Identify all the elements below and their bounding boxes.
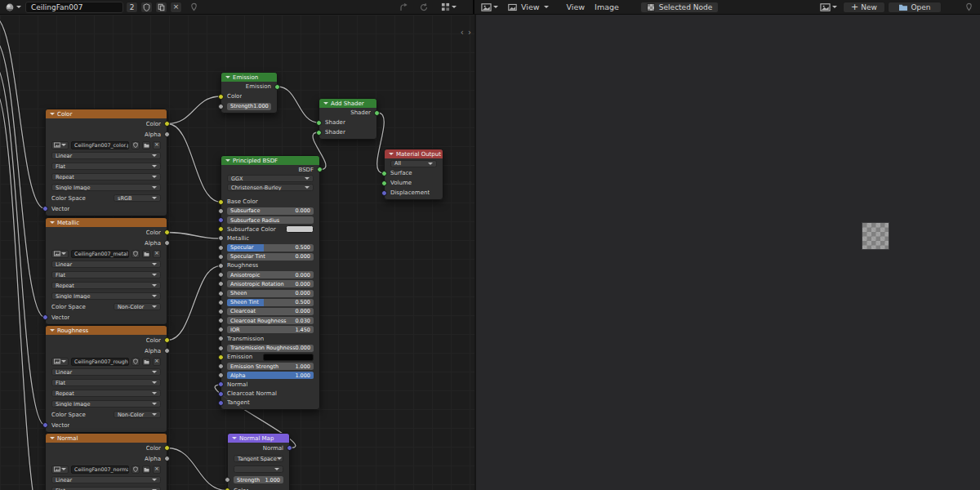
- input-socket[interactable]: [218, 400, 224, 406]
- fake-user-button[interactable]: [140, 2, 153, 13]
- dropdown[interactable]: All: [390, 160, 437, 167]
- collapse-triangle-icon[interactable]: [50, 437, 55, 439]
- dropdown[interactable]: Repeat: [51, 173, 161, 180]
- input-socket[interactable]: [381, 190, 387, 196]
- dropdown[interactable]: Linear: [51, 368, 161, 376]
- input-socket[interactable]: [218, 381, 224, 387]
- output-socket[interactable]: [274, 84, 280, 90]
- dropdown[interactable]: Flat: [51, 163, 161, 170]
- collapse-triangle-icon[interactable]: [232, 437, 237, 439]
- region-corner-arrows[interactable]: ‹ ›: [461, 28, 472, 37]
- collapse-triangle-icon[interactable]: [225, 76, 230, 78]
- dropdown[interactable]: Repeat: [51, 390, 161, 397]
- slider-field[interactable]: Specular0.500: [227, 244, 314, 252]
- dropdown[interactable]: Single Image: [51, 292, 161, 300]
- value-field[interactable]: Specular Tint0.000: [227, 253, 314, 261]
- refresh-nodetree-button[interactable]: [417, 2, 430, 13]
- material-users-button[interactable]: 2: [126, 2, 138, 13]
- value-field[interactable]: Anisotropic Rotation0.000: [227, 280, 314, 287]
- unlink-image-button[interactable]: ×: [153, 466, 161, 474]
- output-socket[interactable]: [164, 456, 170, 461]
- collapse-triangle-icon[interactable]: [225, 159, 230, 162]
- dropdown[interactable]: Flat: [51, 379, 161, 386]
- value-field[interactable]: Clearcoat0.000: [227, 308, 314, 315]
- input-socket[interactable]: [218, 226, 224, 232]
- menu-view[interactable]: View: [562, 2, 590, 11]
- unlink-image-button[interactable]: ×: [153, 141, 161, 149]
- input-socket[interactable]: [381, 180, 387, 186]
- input-socket[interactable]: [218, 199, 224, 205]
- slider-field[interactable]: Sheen Tint0.500: [227, 299, 314, 306]
- output-socket[interactable]: [164, 229, 170, 235]
- open-image-button[interactable]: [142, 358, 150, 366]
- input-socket[interactable]: [218, 263, 224, 269]
- editor-type-shader-button[interactable]: [3, 2, 23, 13]
- image-editor[interactable]: [476, 15, 980, 490]
- value-field[interactable]: Subsurface0.000: [227, 207, 314, 215]
- node-principled-bsdf[interactable]: Principled BSDFBSDFGGXChristensen-Burley…: [220, 155, 320, 410]
- dropdown[interactable]: Flat: [51, 487, 161, 490]
- input-socket[interactable]: [218, 281, 224, 287]
- node-header[interactable]: Normal Map: [228, 434, 289, 443]
- node-metallic[interactable]: MetallicColorAlphaCeilingFan007_metallic…: [45, 217, 167, 325]
- collapse-triangle-icon[interactable]: [389, 153, 394, 155]
- input-socket[interactable]: [218, 208, 224, 214]
- dropdown[interactable]: Tangent Space: [234, 455, 283, 462]
- input-socket[interactable]: [218, 309, 224, 314]
- value-field[interactable]: Clearcoat Roughness0.030: [227, 317, 314, 324]
- node-header[interactable]: Color: [46, 109, 167, 118]
- fake-user-button[interactable]: [131, 358, 140, 366]
- dropdown[interactable]: Non-Color: [114, 411, 161, 418]
- input-socket[interactable]: [42, 206, 48, 212]
- input-socket[interactable]: [42, 422, 48, 428]
- input-socket[interactable]: [381, 171, 387, 176]
- input-socket[interactable]: [218, 254, 224, 260]
- node-header[interactable]: Metallic: [46, 218, 167, 227]
- material-name-field[interactable]: CeilingFan007: [25, 2, 123, 13]
- image-name-field[interactable]: CeilingFan007_roughness.png: [71, 358, 129, 366]
- output-socket[interactable]: [287, 445, 292, 451]
- fake-user-button[interactable]: [131, 466, 140, 474]
- input-socket[interactable]: [218, 354, 224, 360]
- fake-user-button[interactable]: [131, 141, 140, 149]
- dropdown[interactable]: Single Image: [51, 400, 161, 408]
- input-socket[interactable]: [218, 291, 224, 296]
- dropdown[interactable]: Single Image: [51, 184, 161, 191]
- input-socket[interactable]: [218, 245, 224, 251]
- input-socket[interactable]: [316, 130, 322, 136]
- output-socket[interactable]: [164, 348, 170, 354]
- collapse-triangle-icon[interactable]: [323, 102, 328, 105]
- node-normal-map[interactable]: Normal MapNormalTangent SpaceStrength1.0…: [227, 433, 290, 490]
- value-field[interactable]: Emission Strength1.000: [227, 363, 314, 370]
- node-header[interactable]: Material Output: [385, 149, 443, 158]
- editor-type-image-button[interactable]: [479, 2, 500, 13]
- input-socket[interactable]: [218, 336, 224, 341]
- image-browse-button[interactable]: [51, 141, 69, 149]
- node-header[interactable]: Emission: [221, 73, 277, 82]
- image-browse-button[interactable]: [51, 250, 69, 258]
- node-normal[interactable]: NormalColorAlphaCeilingFan007_normal.png…: [45, 433, 167, 490]
- node-editor[interactable]: ColorColorAlphaCeilingFan007_color.png×L…: [0, 15, 474, 490]
- image-browse-button[interactable]: [51, 466, 69, 474]
- value-field[interactable]: Strength1.000: [234, 476, 283, 483]
- image-name-field[interactable]: CeilingFan007_normal.png: [71, 466, 129, 474]
- input-socket[interactable]: [218, 318, 224, 323]
- node-header[interactable]: Normal: [46, 434, 167, 443]
- open-image-button[interactable]: [142, 250, 150, 258]
- open-image-button[interactable]: [142, 141, 150, 149]
- value-field[interactable]: Transmission Roughness0.000: [227, 345, 314, 352]
- image-name-field[interactable]: CeilingFan007_metallic.png: [71, 250, 129, 258]
- node-color[interactable]: ColorColorAlphaCeilingFan007_color.png×L…: [45, 109, 167, 216]
- dropdown[interactable]: Non-Color: [114, 303, 161, 310]
- output-socket[interactable]: [164, 337, 170, 343]
- collapse-triangle-icon[interactable]: [50, 113, 55, 115]
- input-socket[interactable]: [218, 372, 224, 378]
- dropdown[interactable]: Repeat: [51, 282, 161, 289]
- input-socket[interactable]: [218, 104, 224, 109]
- value-field[interactable]: Subsurface Radius: [227, 216, 314, 224]
- dropdown[interactable]: Linear: [51, 476, 161, 483]
- collapse-triangle-icon[interactable]: [50, 221, 55, 224]
- node-material-output[interactable]: Material OutputAllSurfaceVolumeDisplacem…: [384, 149, 443, 200]
- unlink-image-button[interactable]: ×: [153, 250, 161, 258]
- open-image-button[interactable]: [142, 466, 150, 474]
